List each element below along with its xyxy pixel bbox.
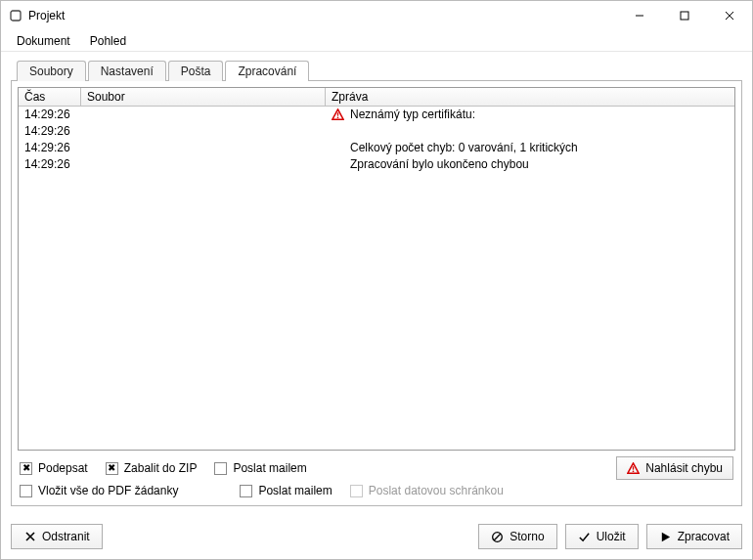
checkbox-poslat-mailem-1[interactable]: Poslat mailem: [214, 461, 306, 475]
zpracovat-button[interactable]: Zpracovat: [646, 524, 742, 549]
checkbox-poslat-datovou: Poslat datovou schránkou: [350, 484, 504, 497]
table-row[interactable]: 14:29:26 Zpracování bylo ukončeno chybou: [19, 156, 734, 173]
checkbox-vlozit-pdf[interactable]: Vložit vše do PDF žádanky: [20, 484, 178, 497]
cell-message: Zpracování bylo ukončeno chybou: [326, 156, 734, 173]
column-header-time[interactable]: Čas: [19, 88, 81, 106]
cell-message: [326, 123, 734, 140]
button-label: Nahlásit chybu: [645, 461, 723, 475]
client-area: Soubory Nastavení Pošta Zpracování Čas S…: [1, 52, 752, 516]
cell-file: [81, 107, 326, 123]
checkbox-icon: [20, 485, 32, 497]
cell-file: [81, 123, 326, 140]
cell-time: 14:29:26: [19, 140, 81, 156]
minimize-button[interactable]: [617, 1, 662, 30]
cross-icon: [23, 531, 36, 543]
footer: Odstranit Storno Uložit Zpracovat: [1, 516, 752, 559]
cancel-icon: [491, 531, 504, 543]
tab-soubory[interactable]: Soubory: [17, 61, 86, 81]
tab-posta[interactable]: Pošta: [168, 61, 224, 81]
button-label: Uložit: [597, 530, 626, 543]
cell-file: [81, 140, 326, 156]
tabpanel-zpracovani: Čas Soubor Zpráva 14:29:26 Neznámý typ c…: [11, 80, 742, 506]
table-row[interactable]: 14:29:26 Celkový počet chyb: 0 varování,…: [19, 140, 734, 156]
maximize-button[interactable]: [662, 1, 707, 30]
storno-button[interactable]: Storno: [478, 524, 556, 549]
checkbox-icon: [350, 485, 363, 497]
svg-point-7: [337, 116, 339, 118]
cell-time: 14:29:26: [19, 107, 81, 123]
app-window: Projekt Dokument Pohled Soubory Nastaven…: [0, 0, 753, 560]
svg-point-10: [633, 470, 635, 472]
checkbox-label: Poslat mailem: [258, 484, 332, 497]
warning-icon: [332, 108, 344, 121]
svg-line-14: [494, 534, 501, 540]
svg-rect-0: [11, 11, 21, 21]
checkbox-zabalit-zip[interactable]: Zabalit do ZIP: [106, 461, 198, 475]
icon-placeholder: [332, 158, 344, 171]
options-row-1: Podepsat Zabalit do ZIP Poslat mailem Na…: [18, 451, 735, 482]
checkbox-label: Poslat datovou schránkou: [369, 484, 504, 497]
warning-icon: [627, 462, 640, 475]
checkbox-label: Vložit vše do PDF žádanky: [38, 484, 178, 497]
cell-message: Neznámý typ certifikátu:: [326, 107, 734, 123]
nahlasit-chybu-button[interactable]: Nahlásit chybu: [616, 456, 733, 480]
checkbox-poslat-mailem-2[interactable]: Poslat mailem: [240, 484, 332, 497]
button-label: Odstranit: [42, 530, 90, 543]
checkbox-icon: [240, 485, 252, 497]
column-header-message[interactable]: Zpráva: [326, 88, 734, 106]
checkbox-label: Podepsat: [38, 461, 88, 475]
icon-placeholder: [332, 125, 344, 138]
titlebar: Projekt: [1, 1, 752, 30]
options-row-2: Vložit vše do PDF žádanky Poslat mailem …: [18, 482, 735, 499]
table-row[interactable]: 14:29:26 Neznámý typ certifikátu:: [19, 107, 734, 123]
close-button[interactable]: [707, 1, 752, 30]
svg-rect-2: [681, 12, 688, 20]
play-icon: [659, 531, 672, 543]
app-icon: [9, 9, 22, 22]
cell-file: [81, 156, 326, 173]
message-text: Celkový počet chyb: 0 varování, 1 kritic…: [350, 140, 578, 156]
grid-body[interactable]: 14:29:26 Neznámý typ certifikátu: 14:29:…: [19, 107, 734, 450]
check-icon: [578, 531, 591, 543]
tabstrip: Soubory Nastavení Pošta Zpracování: [11, 61, 742, 81]
menu-dokument[interactable]: Dokument: [7, 32, 80, 50]
message-text: Zpracování bylo ukončeno chybou: [350, 156, 529, 173]
checkbox-podepsat[interactable]: Podepsat: [20, 461, 88, 475]
menubar: Dokument Pohled: [1, 30, 752, 52]
window-title: Projekt: [28, 9, 65, 22]
column-header-file[interactable]: Soubor: [81, 88, 326, 106]
icon-placeholder: [332, 142, 344, 154]
log-grid: Čas Soubor Zpráva 14:29:26 Neznámý typ c…: [18, 87, 735, 451]
message-text: Neznámý typ certifikátu:: [350, 107, 475, 123]
ulozit-button[interactable]: Uložit: [565, 524, 639, 549]
table-row[interactable]: 14:29:26: [19, 123, 734, 140]
checkbox-label: Zabalit do ZIP: [124, 461, 198, 475]
cell-time: 14:29:26: [19, 156, 81, 173]
checkbox-label: Poslat mailem: [233, 461, 306, 475]
odstranit-button[interactable]: Odstranit: [11, 524, 103, 549]
grid-header: Čas Soubor Zpráva: [19, 88, 734, 107]
cell-time: 14:29:26: [19, 123, 81, 140]
tab-nastaveni[interactable]: Nastavení: [88, 61, 166, 81]
svg-marker-15: [661, 532, 669, 540]
button-label: Zpracovat: [678, 530, 730, 543]
button-label: Storno: [509, 530, 544, 543]
menu-pohled[interactable]: Pohled: [80, 32, 136, 50]
checkbox-icon: [20, 462, 32, 475]
cell-message: Celkový počet chyb: 0 varování, 1 kritic…: [326, 140, 734, 156]
checkbox-icon: [106, 462, 118, 475]
checkbox-icon: [214, 462, 227, 475]
tab-zpracovani[interactable]: Zpracování: [225, 61, 309, 81]
